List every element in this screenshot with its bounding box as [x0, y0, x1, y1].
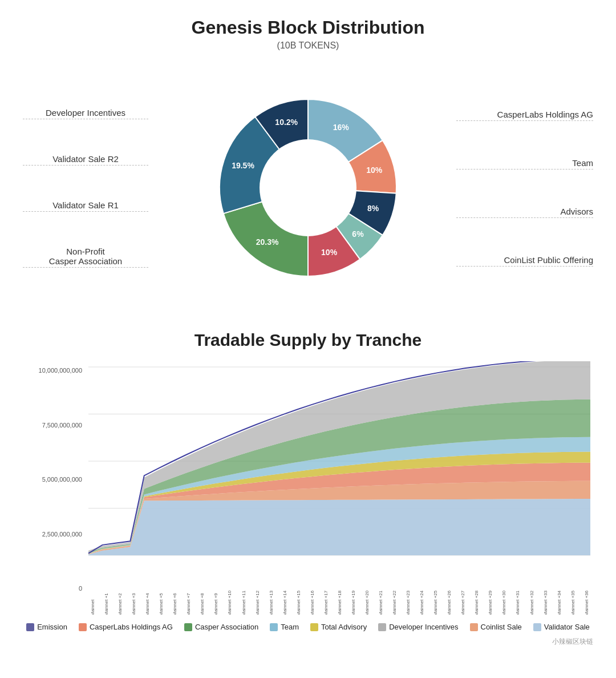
- legend-item-casperlabs-holdings-ag: CasperLabs Holdings AG: [79, 623, 173, 631]
- label-developer-incentives: Developer Incentives: [23, 108, 148, 119]
- label-advisors: Advisors: [456, 207, 593, 218]
- x-label-36: Mainnet +36: [579, 582, 593, 615]
- legend-color-box: [79, 623, 87, 631]
- x-label-28: Mainnet +28: [469, 582, 483, 615]
- x-label-3: Mainnet +3: [127, 582, 140, 615]
- legend-color-box: [26, 623, 34, 631]
- x-label-13: Mainnet +13: [264, 582, 278, 615]
- legend-label: Developer Incentives: [389, 623, 458, 631]
- legend-item-validator-sale: Validator Sale: [533, 623, 590, 631]
- x-label-25: Mainnet +25: [428, 582, 442, 615]
- x-label-35: Mainnet +35: [566, 582, 579, 615]
- x-label-20: Mainnet +20: [360, 582, 374, 615]
- legend-item-casper-association: Casper Association: [184, 623, 258, 631]
- area-canvas: [86, 361, 593, 578]
- x-label-1: Mainnet +1: [99, 582, 113, 615]
- x-label-4: Mainnet +4: [140, 582, 154, 615]
- x-label-21: Mainnet +21: [374, 582, 387, 615]
- x-label-14: Mainnet +14: [278, 582, 291, 615]
- page-container: Genesis Block Distribution (10B TOKENS) …: [0, 0, 616, 658]
- y-label-10b: 10,000,000,000: [39, 367, 82, 374]
- donut-chart: [205, 85, 411, 290]
- x-label-2: Mainnet +2: [113, 582, 127, 615]
- area-chart-container: MainnetMainnet +1Mainnet +2Mainnet +3Mai…: [86, 361, 593, 615]
- legend-label: CasperLabs Holdings AG: [90, 623, 173, 631]
- legend-label: Coinlist Sale: [481, 623, 522, 631]
- x-label-31: Mainnet +31: [510, 582, 524, 615]
- donut-section: Genesis Block Distribution (10B TOKENS) …: [23, 17, 593, 308]
- x-axis-labels: MainnetMainnet +1Mainnet +2Mainnet +3Mai…: [86, 580, 593, 615]
- x-label-30: Mainnet +30: [497, 582, 510, 615]
- legend-label: Emission: [37, 623, 67, 631]
- legend-item-team: Team: [270, 623, 299, 631]
- x-label-17: Mainnet +17: [319, 582, 333, 615]
- legend-item-developer-incentives: Developer Incentives: [378, 623, 458, 631]
- label-validator-r1: Validator Sale R1: [23, 200, 148, 212]
- x-label-0: Mainnet: [86, 582, 99, 615]
- x-label-11: Mainnet +11: [237, 582, 250, 615]
- legend-color-box: [470, 623, 478, 631]
- legend-item-emission: Emission: [26, 623, 67, 631]
- legend-color-box: [184, 623, 192, 631]
- donut-wrapper: Developer Incentives Validator Sale R2 V…: [23, 68, 593, 308]
- x-label-26: Mainnet +26: [442, 582, 456, 615]
- donut-title: Genesis Block Distribution: [23, 17, 593, 38]
- x-label-32: Mainnet +32: [525, 582, 538, 615]
- y-axis: 10,000,000,000 7,500,000,000 5,000,000,0…: [23, 361, 86, 615]
- x-label-9: Mainnet +9: [209, 582, 222, 615]
- area-section: Tradable Supply by Tranche 10,000,000,00…: [23, 330, 593, 647]
- x-label-15: Mainnet +15: [291, 582, 305, 615]
- legend-label: Team: [281, 623, 299, 631]
- donut-labels-left: Developer Incentives Validator Sale R2 V…: [23, 68, 148, 308]
- x-label-16: Mainnet +16: [305, 582, 319, 615]
- area-title: Tradable Supply by Tranche: [23, 330, 593, 350]
- x-label-33: Mainnet +33: [538, 582, 552, 615]
- x-label-5: Mainnet +5: [154, 582, 168, 615]
- legend: EmissionCasperLabs Holdings AGCasper Ass…: [23, 623, 593, 631]
- x-label-6: Mainnet +6: [168, 582, 181, 615]
- x-label-8: Mainnet +8: [195, 582, 209, 615]
- x-label-23: Mainnet +23: [401, 582, 415, 615]
- legend-color-box: [378, 623, 386, 631]
- x-label-18: Mainnet +18: [333, 582, 346, 615]
- x-label-7: Mainnet +7: [181, 582, 195, 615]
- x-label-19: Mainnet +19: [346, 582, 360, 615]
- legend-label: Casper Association: [195, 623, 258, 631]
- legend-color-box: [533, 623, 541, 631]
- x-label-10: Mainnet +10: [222, 582, 236, 615]
- label-team: Team: [456, 158, 593, 170]
- label-casperlabs: CasperLabs Holdings AG: [456, 110, 593, 121]
- y-label-5b: 5,000,000,000: [42, 476, 82, 483]
- x-label-34: Mainnet +34: [552, 582, 566, 615]
- legend-color-box: [270, 623, 278, 631]
- donut-labels-right: CasperLabs Holdings AG Team Advisors Coi…: [456, 68, 593, 308]
- y-label-75b: 7,500,000,000: [42, 422, 82, 429]
- legend-label: Total Advisory: [321, 623, 367, 631]
- legend-item-total-advisory: Total Advisory: [310, 623, 367, 631]
- y-label-25b: 2,500,000,000: [42, 531, 82, 538]
- watermark: 小辣椒区块链: [23, 637, 593, 647]
- x-label-24: Mainnet +24: [415, 582, 428, 615]
- legend-label: Validator Sale: [544, 623, 590, 631]
- watermark-text: 小辣椒区块链: [552, 637, 593, 645]
- label-validator-r2: Validator Sale R2: [23, 154, 148, 166]
- x-label-27: Mainnet +27: [456, 582, 469, 615]
- legend-item-coinlist-sale: Coinlist Sale: [470, 623, 522, 631]
- label-casper-assoc: Non-ProfitCasper Association: [23, 247, 148, 268]
- donut-subtitle: (10B TOKENS): [23, 41, 593, 51]
- x-label-29: Mainnet +29: [483, 582, 497, 615]
- y-label-0: 0: [79, 585, 82, 592]
- x-label-12: Mainnet +12: [250, 582, 264, 615]
- label-coinlist: CoinList Public Offering: [456, 255, 593, 267]
- legend-color-box: [310, 623, 318, 631]
- x-label-22: Mainnet +22: [387, 582, 401, 615]
